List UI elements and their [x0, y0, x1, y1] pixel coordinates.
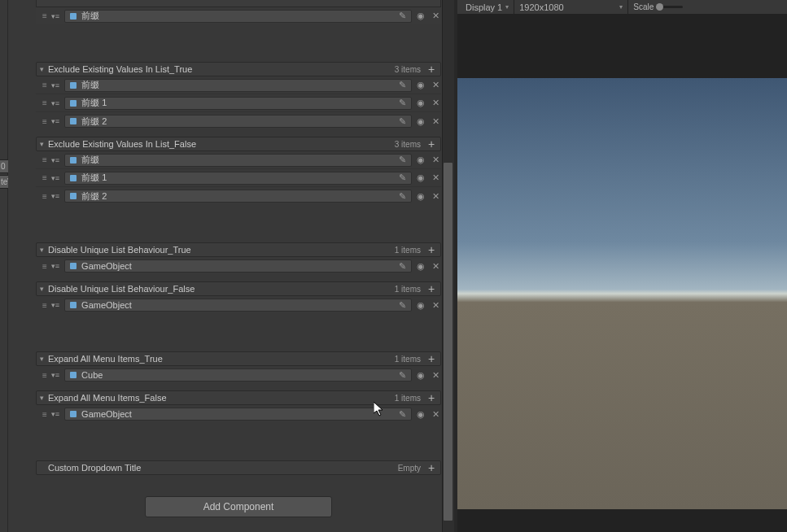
foldout-icon[interactable]: ▾	[40, 65, 48, 73]
remove-icon[interactable]: ✕	[430, 155, 441, 165]
foldout-icon[interactable]: ▾≡	[51, 410, 59, 418]
foldout-icon[interactable]: ▾≡	[51, 262, 59, 270]
select-icon[interactable]: ◉	[415, 370, 426, 381]
select-icon[interactable]: ◉	[415, 409, 426, 420]
add-button[interactable]: +	[426, 393, 437, 403]
edit-icon[interactable]: ✎	[396, 300, 408, 311]
add-button[interactable]: +	[426, 354, 437, 364]
object-field[interactable]: 前缀 ✎	[64, 10, 412, 23]
scale-slider[interactable]	[658, 6, 683, 8]
remove-icon[interactable]: ✕	[430, 300, 441, 311]
drag-handle-icon[interactable]: ≡	[42, 117, 46, 126]
object-field[interactable]: 前缀✎	[64, 79, 412, 92]
list-item[interactable]: ≡▾≡前缀 2✎◉✕	[36, 187, 441, 205]
list-item[interactable]: ≡▾≡前缀✎◉✕	[36, 151, 441, 169]
drag-handle-icon[interactable]: ≡	[42, 262, 46, 271]
object-field[interactable]: GameObject✎	[64, 299, 412, 312]
list-item[interactable]: ≡ ▾≡ 前缀 ✎ ◉ ✕	[36, 7, 441, 24]
foldout-icon[interactable]: ▾≡	[51, 192, 59, 200]
edit-icon[interactable]: ✎	[396, 409, 408, 420]
remove-icon[interactable]: ✕	[430, 172, 441, 183]
object-field[interactable]: 前缀 2✎	[64, 190, 412, 203]
foldout-icon[interactable]: ▾≡	[51, 12, 59, 20]
list-item[interactable]: ≡▾≡前缀 1✎◉✕	[36, 94, 441, 112]
drag-handle-icon[interactable]: ≡	[42, 155, 46, 164]
remove-icon[interactable]: ✕	[430, 409, 441, 420]
inspector-scrollbar[interactable]	[442, 0, 454, 532]
slider-knob[interactable]	[656, 3, 663, 11]
select-icon[interactable]: ◉	[415, 300, 426, 311]
list-header[interactable]: ▾ Disable Unique List Behaviour_False 1 …	[36, 281, 441, 296]
list-header[interactable]: ▾ Exclude Existing Values In List_False …	[36, 137, 441, 151]
edit-icon[interactable]: ✎	[396, 191, 408, 202]
drag-handle-icon[interactable]: ≡	[42, 81, 46, 89]
select-icon[interactable]: ◉	[415, 172, 426, 183]
drag-handle-icon[interactable]: ≡	[42, 371, 46, 380]
resolution-dropdown[interactable]: 1920x1080▾	[514, 0, 628, 14]
remove-icon[interactable]: ✕	[430, 98, 441, 108]
object-field[interactable]: 前缀 1✎	[64, 97, 412, 110]
remove-icon[interactable]: ✕	[430, 116, 441, 127]
remove-icon[interactable]: ✕	[430, 370, 441, 381]
select-icon[interactable]: ◉	[415, 155, 426, 165]
foldout-icon[interactable]: ▾≡	[51, 99, 59, 107]
display-dropdown[interactable]: Display 1▾	[461, 0, 514, 14]
drag-handle-icon[interactable]: ≡	[42, 192, 46, 201]
list-item[interactable]: ≡▾≡Cube✎◉✕	[36, 366, 441, 384]
drag-handle-icon[interactable]: ≡	[42, 11, 46, 20]
drag-handle-icon[interactable]: ≡	[42, 301, 46, 310]
edit-icon[interactable]: ✎	[396, 98, 408, 108]
list-header[interactable]: ▾ Custom Dropdown Title Empty +	[36, 460, 441, 475]
list-item[interactable]: ≡▾≡GameObject✎◉✕	[36, 296, 441, 314]
drag-handle-icon[interactable]: ≡	[42, 410, 46, 419]
add-button[interactable]: +	[426, 64, 437, 74]
add-button[interactable]: +	[426, 284, 437, 294]
list-item[interactable]: ≡▾≡GameObject✎◉✕	[36, 257, 441, 275]
edit-icon[interactable]: ✎	[396, 80, 408, 90]
select-icon[interactable]: ◉	[415, 191, 426, 202]
add-button[interactable]: +	[426, 463, 437, 473]
object-field[interactable]: 前缀✎	[64, 154, 412, 167]
list-header[interactable]: ▾ Expand All Menu Items_False 1 items +	[36, 390, 441, 405]
add-button[interactable]: +	[426, 245, 437, 255]
list-header[interactable]: ▾ Expand All Menu Items_True 1 items +	[36, 351, 441, 366]
list-item[interactable]: ≡▾≡前缀✎◉✕	[36, 76, 441, 94]
foldout-icon[interactable]: ▾≡	[51, 174, 59, 182]
drag-handle-icon[interactable]: ≡	[42, 98, 46, 107]
foldout-icon[interactable]: ▾	[40, 355, 48, 363]
add-button[interactable]: +	[426, 139, 437, 149]
select-icon[interactable]: ◉	[415, 98, 426, 108]
edit-icon[interactable]: ✎	[396, 155, 408, 165]
select-icon[interactable]: ◉	[415, 80, 426, 90]
remove-icon[interactable]: ✕	[430, 80, 441, 90]
drag-handle-icon[interactable]: ≡	[42, 173, 46, 182]
object-field[interactable]: GameObject✎	[64, 408, 412, 421]
foldout-icon[interactable]: ▾	[40, 394, 48, 402]
edit-icon[interactable]: ✎	[396, 11, 408, 21]
game-viewport[interactable]	[457, 15, 787, 532]
edit-icon[interactable]: ✎	[396, 116, 408, 127]
foldout-icon[interactable]: ▾≡	[51, 156, 59, 164]
list-header[interactable]: ▾ Exclude Existing Values In List_True 3…	[36, 62, 441, 76]
list-item[interactable]: ≡▾≡前缀 2✎◉✕	[36, 112, 441, 130]
select-icon[interactable]: ◉	[415, 261, 426, 272]
foldout-icon[interactable]: ▾≡	[51, 371, 59, 379]
remove-icon[interactable]: ✕	[430, 191, 441, 202]
select-icon[interactable]: ◉	[415, 116, 426, 127]
remove-icon[interactable]: ✕	[430, 11, 441, 21]
foldout-icon[interactable]: ▾	[40, 140, 48, 148]
object-field[interactable]: Cube✎	[64, 368, 412, 382]
scrollbar-thumb[interactable]	[444, 163, 453, 521]
edit-icon[interactable]: ✎	[396, 172, 408, 183]
edit-icon[interactable]: ✎	[396, 261, 408, 272]
object-field[interactable]: 前缀 2✎	[64, 115, 412, 128]
select-icon[interactable]: ◉	[415, 11, 426, 21]
foldout-icon[interactable]: ▾≡	[51, 81, 59, 89]
list-item[interactable]: ≡▾≡前缀 1✎◉✕	[36, 169, 441, 187]
edit-icon[interactable]: ✎	[396, 370, 408, 381]
object-field[interactable]: GameObject✎	[64, 259, 412, 273]
list-header[interactable]: ▾ Disable Unique List Behaviour_True 1 i…	[36, 242, 441, 257]
foldout-icon[interactable]: ▾	[40, 285, 48, 293]
foldout-icon[interactable]: ▾≡	[51, 117, 59, 125]
foldout-icon[interactable]: ▾	[40, 246, 48, 254]
